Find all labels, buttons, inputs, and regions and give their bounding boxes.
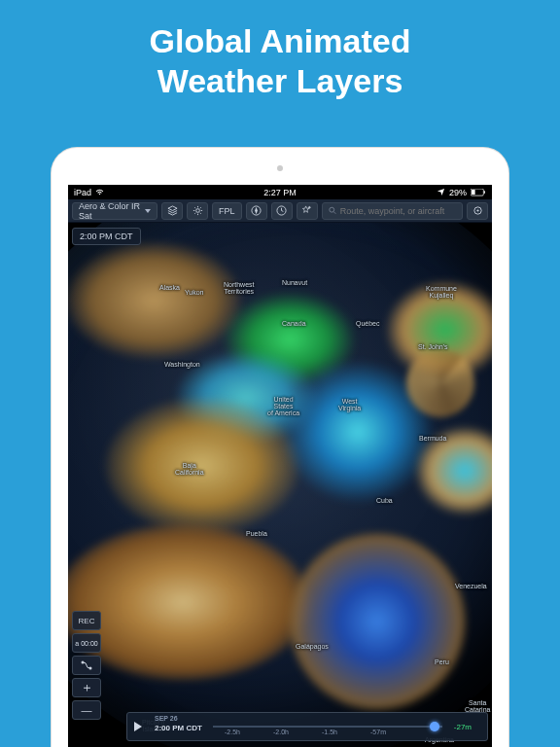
svg-point-3 xyxy=(195,209,199,213)
animation-timeline[interactable]: SEP 26 2:00 PM CDT -2.5h -2.0h -1.5h -57… xyxy=(126,712,488,741)
headline-line-1: Global Animated xyxy=(150,22,411,59)
cloud-layer xyxy=(290,534,465,709)
layers-icon xyxy=(167,205,178,216)
cloud-layer xyxy=(68,524,309,680)
app-screen: iPad 2:27 PM 29% Aero & Color IR Sat xyxy=(68,185,492,747)
ios-status-bar: iPad 2:27 PM 29% xyxy=(68,185,492,199)
chevron-down-icon xyxy=(145,209,151,213)
device-label: iPad xyxy=(74,188,91,197)
route-tool-button[interactable] xyxy=(72,656,101,675)
headline-line-2: Weather Layers xyxy=(158,62,403,99)
clock-icon xyxy=(276,205,287,216)
globe-surface xyxy=(68,223,492,747)
record-button[interactable]: REC xyxy=(72,611,101,630)
timeline-playhead[interactable] xyxy=(430,722,439,731)
cloud-layer xyxy=(105,398,299,534)
timeline-tick: -2.0h xyxy=(273,729,289,735)
play-button[interactable] xyxy=(133,720,147,733)
search-field[interactable] xyxy=(322,202,463,220)
svg-point-6 xyxy=(329,207,333,212)
marketing-headline: Global Animated Weather Layers xyxy=(0,0,560,119)
timeline-track-area[interactable]: SEP 26 2:00 PM CDT -2.5h -2.0h -1.5h -57… xyxy=(155,713,481,740)
map-place-label: SantaCatarina xyxy=(465,699,490,713)
layer-selector-label: Aero & Color IR Sat xyxy=(79,201,145,221)
star-plus-icon xyxy=(301,205,312,216)
timeline-time: 2:00 PM CDT xyxy=(155,724,202,732)
battery-percent: 29% xyxy=(449,188,467,197)
timeline-tick: -1.5h xyxy=(322,729,337,735)
cloud-layer xyxy=(68,242,241,359)
search-input[interactable] xyxy=(340,206,456,216)
status-time: 2:27 PM xyxy=(263,188,297,197)
play-icon xyxy=(133,721,143,732)
timeline-track[interactable] xyxy=(213,726,442,728)
favorites-button[interactable] xyxy=(297,202,318,220)
timeline-tick: -57m xyxy=(370,729,386,735)
zoom-out-button[interactable]: — xyxy=(72,700,101,720)
map-viewport[interactable]: AlaskaYukonNorthwestTerritoriesNunavutKo… xyxy=(68,223,492,747)
ipad-camera-dot xyxy=(277,165,283,171)
target-icon xyxy=(472,205,483,216)
search-icon xyxy=(329,206,336,215)
compass-button[interactable] xyxy=(246,202,267,220)
layer-selector-dropdown[interactable]: Aero & Color IR Sat xyxy=(72,202,158,220)
ipad-screen-bezel: iPad 2:27 PM 29% Aero & Color IR Sat xyxy=(68,185,492,747)
timeline-future-offset: -27m xyxy=(454,723,472,731)
route-icon xyxy=(80,659,93,671)
battery-icon xyxy=(471,189,486,196)
ipad-device-frame: iPad 2:27 PM 29% Aero & Color IR Sat xyxy=(52,148,508,747)
record-elapsed: a 00:00 xyxy=(72,633,101,653)
current-frame-time-badge: 2:00 PM CDT xyxy=(72,228,141,245)
gear-icon xyxy=(192,205,203,216)
location-icon xyxy=(437,188,445,196)
compass-icon xyxy=(251,205,262,216)
svg-rect-2 xyxy=(484,191,485,194)
timeline-date: SEP 26 xyxy=(155,715,178,722)
fpl-button[interactable]: FPL xyxy=(212,202,242,220)
timeline-tick: -2.5h xyxy=(225,729,240,735)
svg-rect-1 xyxy=(472,190,475,195)
layers-button[interactable] xyxy=(161,202,183,220)
settings-button[interactable] xyxy=(187,202,208,220)
svg-point-8 xyxy=(476,209,478,211)
more-button[interactable] xyxy=(467,202,488,220)
storm-swirl xyxy=(406,349,474,417)
map-side-controls: REC a 00:00 ＋ — xyxy=(72,611,101,720)
app-toolbar: Aero & Color IR Sat FPL xyxy=(68,199,492,223)
wifi-icon xyxy=(95,188,104,196)
zoom-in-button[interactable]: ＋ xyxy=(72,678,101,697)
clock-button[interactable] xyxy=(271,202,293,220)
